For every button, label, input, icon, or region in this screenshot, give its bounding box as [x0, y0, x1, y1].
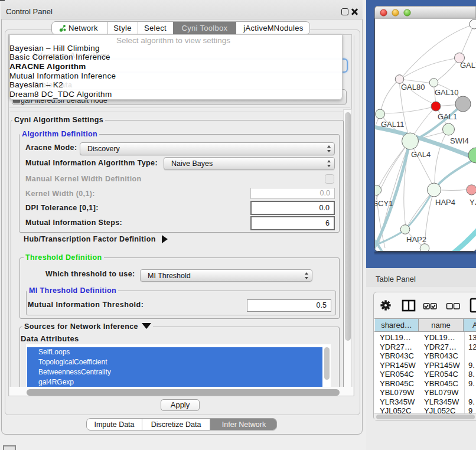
svg-text:GAL80: GAL80 [401, 83, 425, 92]
svg-text:GAL4: GAL4 [411, 150, 431, 159]
svg-text:HAP4: HAP4 [435, 198, 455, 207]
svg-text:GAL7: GAL7 [460, 61, 476, 70]
svg-text:YJ: YJ [470, 198, 476, 207]
svg-text:GAL1: GAL1 [438, 112, 457, 121]
svg-text:GAL10: GAL10 [435, 88, 458, 97]
svg-text:GAL11: GAL11 [381, 120, 405, 129]
svg-text:HAP2: HAP2 [406, 235, 426, 244]
svg-text:SWI4: SWI4 [450, 136, 469, 145]
svg-text:GCY1: GCY1 [374, 199, 393, 208]
